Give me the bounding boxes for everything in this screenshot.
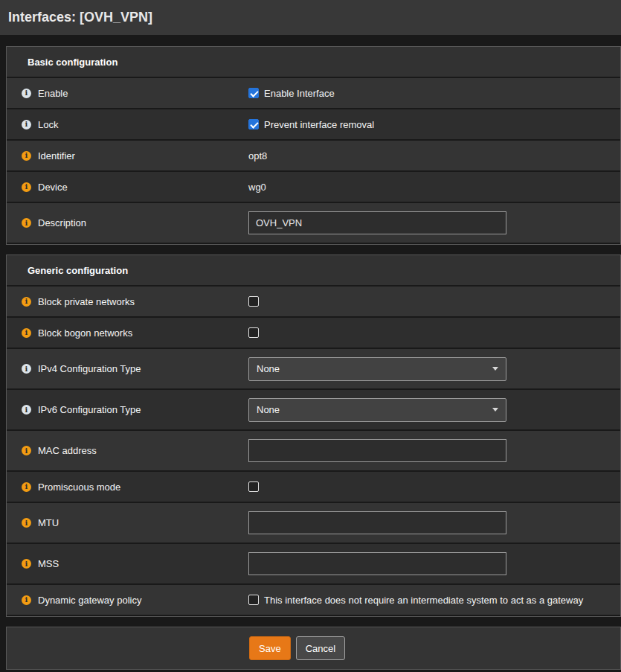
lock-checkbox-label[interactable]: Prevent interface removal — [264, 119, 374, 130]
section-header-generic: Generic configuration — [7, 255, 620, 287]
field-label-ipv4-configuration-type: IPv4 Configuration Type — [38, 363, 141, 374]
basic-rows: Enable Enable Interface Lock Prevent int… — [7, 78, 620, 244]
device-value: wg0 — [248, 182, 266, 193]
row-ipv4-configuration-type: IPv4 Configuration Type None — [7, 349, 620, 390]
lock-label-cell: Lock — [7, 119, 248, 130]
mac-address-input[interactable] — [248, 439, 506, 462]
cancel-button[interactable]: Cancel — [296, 636, 345, 660]
ipv4-type-control-cell: None — [248, 357, 620, 381]
ipv4-config-type-selected-value: None — [257, 363, 280, 374]
field-label-promiscuous-mode: Promiscuous mode — [38, 481, 120, 493]
mtu-control-cell — [248, 511, 620, 534]
ipv6-type-control-cell: None — [248, 398, 620, 422]
dynamic-gateway-label-cell: Dynamic gateway policy — [7, 595, 248, 606]
block-private-networks-checkbox[interactable] — [248, 296, 259, 307]
chevron-down-icon — [492, 367, 498, 371]
row-description: Description — [7, 203, 620, 244]
promiscuous-label-cell: Promiscuous mode — [7, 481, 248, 493]
row-mss: MSS — [7, 544, 620, 585]
dynamic-gateway-checkbox-label[interactable]: This interface does not require an inter… — [264, 595, 583, 606]
block-bogon-networks-checkbox[interactable] — [248, 327, 259, 338]
info-icon[interactable] — [22, 518, 31, 528]
generic-rows: Block private networks Block bogon netwo… — [7, 287, 620, 616]
promiscuous-mode-checkbox[interactable] — [248, 481, 259, 492]
lock-control-cell: Prevent interface removal — [248, 119, 620, 130]
row-lock: Lock Prevent interface removal — [7, 109, 620, 141]
block-private-label-cell: Block private networks — [7, 296, 248, 307]
info-icon[interactable] — [22, 364, 31, 374]
info-icon[interactable] — [22, 89, 31, 98]
page-title: Interfaces: [OVH_VPN] — [0, 0, 621, 35]
enable-control-cell: Enable Interface — [248, 88, 620, 99]
info-icon[interactable] — [22, 151, 31, 161]
info-icon[interactable] — [22, 482, 31, 492]
lock-checkbox[interactable] — [248, 119, 259, 129]
field-label-dynamic-gateway-policy: Dynamic gateway policy — [38, 595, 141, 606]
save-button[interactable]: Save — [249, 636, 291, 660]
promiscuous-control-cell — [248, 481, 620, 492]
info-icon[interactable] — [22, 297, 31, 307]
identifier-control-cell: opt8 — [248, 150, 620, 161]
mss-input[interactable] — [248, 552, 506, 575]
row-dynamic-gateway-policy: Dynamic gateway policy This interface do… — [7, 585, 620, 616]
row-block-bogon-networks: Block bogon networks — [7, 318, 620, 349]
mtu-label-cell: MTU — [7, 517, 248, 528]
field-label-ipv6-configuration-type: IPv6 Configuration Type — [38, 404, 141, 415]
enable-checkbox-label[interactable]: Enable Interface — [264, 88, 335, 99]
field-label-device: Device — [38, 182, 68, 193]
identifier-label-cell: Identifier — [7, 150, 248, 161]
field-label-identifier: Identifier — [38, 150, 75, 161]
row-ipv6-configuration-type: IPv6 Configuration Type None — [7, 390, 620, 431]
mtu-input[interactable] — [248, 511, 506, 534]
enable-label-cell: Enable — [7, 88, 248, 99]
mss-label-cell: MSS — [7, 558, 248, 569]
dynamic-gateway-checkbox[interactable] — [248, 595, 259, 605]
field-label-lock: Lock — [38, 119, 58, 130]
mac-address-label-cell: MAC address — [7, 445, 248, 456]
basic-configuration-panel: Basic configuration Enable Enable Interf… — [6, 46, 621, 245]
description-control-cell — [248, 211, 620, 234]
info-icon[interactable] — [22, 595, 31, 605]
mac-address-control-cell — [248, 439, 620, 462]
mss-control-cell — [248, 552, 620, 575]
block-bogon-control-cell — [248, 327, 620, 338]
ipv4-type-label-cell: IPv4 Configuration Type — [7, 363, 248, 374]
row-promiscuous-mode: Promiscuous mode — [7, 472, 620, 503]
device-label-cell: Device — [7, 182, 248, 193]
block-private-control-cell — [248, 296, 620, 307]
ipv4-config-type-select[interactable]: None — [248, 357, 506, 381]
identifier-value: opt8 — [248, 150, 267, 161]
description-input[interactable] — [248, 211, 506, 234]
info-icon[interactable] — [22, 328, 31, 338]
info-icon[interactable] — [22, 182, 31, 192]
info-icon[interactable] — [22, 120, 31, 129]
ipv6-config-type-select[interactable]: None — [248, 398, 506, 422]
field-label-description: Description — [38, 217, 86, 228]
description-label-cell: Description — [7, 217, 248, 228]
field-label-mtu: MTU — [38, 517, 59, 528]
info-icon[interactable] — [22, 218, 31, 228]
row-identifier: Identifier opt8 — [7, 141, 620, 172]
field-label-mss: MSS — [38, 558, 59, 569]
section-header-basic: Basic configuration — [7, 47, 620, 78]
row-mac-address: MAC address — [7, 431, 620, 472]
dynamic-gateway-control-cell: This interface does not require an inter… — [248, 595, 620, 606]
info-icon[interactable] — [22, 559, 31, 569]
ipv6-type-label-cell: IPv6 Configuration Type — [7, 404, 248, 415]
info-icon[interactable] — [22, 446, 31, 455]
actions-panel: Save Cancel — [6, 627, 621, 670]
generic-configuration-panel: Generic configuration Block private netw… — [6, 255, 621, 617]
enable-checkbox[interactable] — [248, 88, 259, 98]
row-enable: Enable Enable Interface — [7, 78, 620, 109]
row-mtu: MTU — [7, 503, 620, 544]
chevron-down-icon — [492, 408, 498, 412]
row-device: Device wg0 — [7, 172, 620, 203]
info-icon[interactable] — [22, 405, 31, 415]
row-block-private-networks: Block private networks — [7, 287, 620, 318]
ipv6-config-type-selected-value: None — [257, 404, 280, 415]
field-label-block-bogon-networks: Block bogon networks — [38, 327, 132, 339]
field-label-block-private-networks: Block private networks — [38, 296, 135, 307]
device-control-cell: wg0 — [248, 182, 620, 193]
field-label-mac-address: MAC address — [38, 445, 97, 456]
field-label-enable: Enable — [38, 88, 68, 99]
